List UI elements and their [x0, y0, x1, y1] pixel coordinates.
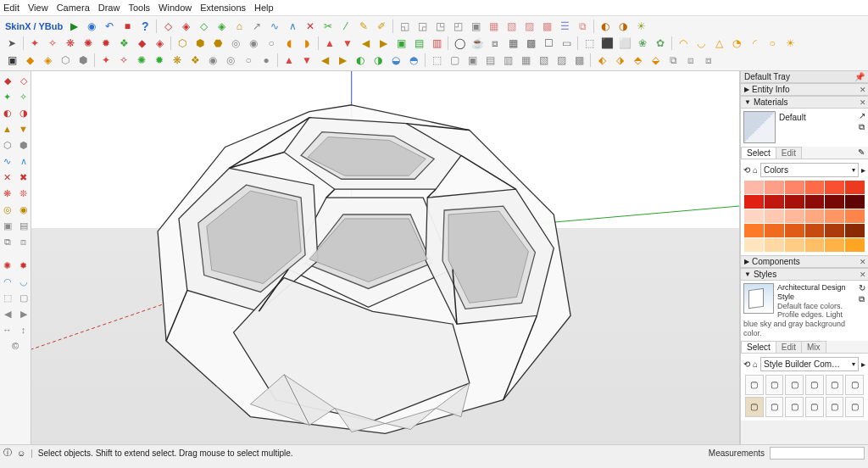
tb-r2ad[interactable]: ⬚ [581, 35, 598, 52]
tb-r2u[interactable]: ▣ [392, 35, 409, 52]
tb-r2s[interactable]: ◀ [357, 35, 374, 52]
color-swatch[interactable] [744, 181, 764, 194]
tb-r3af[interactable]: ⬖ [593, 52, 610, 69]
color-swatch[interactable] [785, 181, 804, 194]
style-thumb-11[interactable]: ▢ [826, 397, 844, 417]
tb-r2af[interactable]: ⬜ [616, 35, 633, 52]
tb-stack-icon[interactable]: ⧉ [574, 18, 591, 35]
tb-r2i[interactable]: ⬡ [174, 35, 191, 52]
tb-r2ab[interactable]: ☐ [540, 35, 557, 52]
tb-r3p[interactable]: ▼ [298, 52, 315, 69]
lt-l1[interactable]: ✺ [0, 258, 15, 273]
tb-circle-icon[interactable]: ○ [764, 35, 781, 52]
lt-p1[interactable]: ↔ [0, 322, 15, 337]
styles-tab-mix[interactable]: Mix [801, 341, 826, 353]
tb-extra3-icon[interactable]: ☀ [632, 18, 649, 35]
tb-pencil-icon[interactable]: ✎ [355, 18, 372, 35]
tb-r3a[interactable]: ◆ [21, 52, 38, 69]
panel-entity-info[interactable]: ▶ Entity Info ✕ [741, 83, 868, 96]
tb-r3ag[interactable]: ⬗ [611, 52, 628, 69]
menu-view[interactable]: View [28, 3, 48, 13]
tb-r3ak[interactable]: ⧇ [682, 52, 699, 69]
tb-r3ac[interactable]: ▧ [535, 52, 552, 69]
color-swatch[interactable] [765, 195, 784, 209]
tray-pin-icon[interactable]: 📌 [854, 72, 865, 81]
lt-k1[interactable]: ⧉ [0, 234, 15, 249]
tb-r3ai[interactable]: ⬙ [647, 52, 664, 69]
lt-n1[interactable]: ⬚ [0, 290, 15, 305]
color-swatch[interactable] [825, 181, 844, 194]
lt-i1[interactable]: ◎ [0, 202, 15, 217]
color-swatch[interactable] [744, 195, 764, 209]
tb-r2m[interactable]: ◉ [245, 35, 262, 52]
tb-r2p[interactable]: ◗ [298, 35, 315, 52]
color-swatch[interactable] [785, 238, 804, 252]
tb-r3u[interactable]: ◒ [387, 52, 404, 69]
color-swatch[interactable] [765, 181, 784, 194]
menu-edit[interactable]: Edit [3, 3, 19, 13]
tb-r3ah[interactable]: ⬘ [629, 52, 646, 69]
measurements-input[interactable] [770, 447, 865, 460]
color-swatch[interactable] [845, 224, 865, 237]
lt-e1[interactable]: ⬡ [0, 137, 15, 153]
tb-r3e[interactable]: ✦ [97, 52, 114, 69]
tb-r2ag[interactable]: ❀ [634, 35, 651, 52]
tb-r2ah[interactable]: ✿ [652, 35, 669, 52]
tb-r2a[interactable]: ✦ [26, 35, 43, 52]
style-thumb-8[interactable]: ▢ [765, 397, 784, 417]
panel-styles[interactable]: ▼ Styles ✕ [741, 268, 868, 281]
tb-r3t[interactable]: ◑ [370, 52, 387, 69]
tb-r2f[interactable]: ❖ [115, 35, 132, 52]
tb-stop-icon[interactable]: ■ [119, 18, 136, 35]
color-swatch[interactable] [825, 195, 844, 209]
tb-r3z[interactable]: ▤ [481, 52, 498, 69]
lt-e2[interactable]: ⬢ [16, 137, 31, 153]
tb-r2r[interactable]: ▼ [339, 35, 356, 52]
tb-r3y[interactable]: ▣ [464, 52, 481, 69]
tb-r3ab[interactable]: ▦ [517, 52, 534, 69]
tb-cube2-icon[interactable]: ◲ [414, 18, 431, 35]
tb-r3ae[interactable]: ▩ [570, 52, 587, 69]
tb-arrow-icon[interactable]: ↗ [248, 18, 265, 35]
style-thumb-7[interactable]: ▢ [745, 397, 764, 417]
tb-r3al[interactable]: ⧈ [700, 52, 717, 69]
tb-wave-icon[interactable]: ∿ [266, 18, 283, 35]
lt-o2[interactable]: ▶ [16, 306, 31, 321]
tb-teapot-icon[interactable]: ☕ [469, 35, 486, 52]
tb-r2q[interactable]: ▲ [321, 35, 338, 52]
color-swatch[interactable] [765, 224, 784, 237]
color-swatch[interactable] [785, 209, 804, 223]
lt-b1[interactable]: ✦ [0, 89, 15, 104]
tb-r3d[interactable]: ⬢ [75, 52, 92, 69]
tb-r3i[interactable]: ❋ [169, 52, 186, 69]
tb-play-icon[interactable]: ▶ [65, 18, 82, 35]
lt-f2[interactable]: ∧ [16, 153, 31, 169]
tb-diamond4-icon[interactable]: ◈ [213, 18, 230, 35]
style-thumb-1[interactable]: ▢ [745, 375, 764, 395]
lt-m2[interactable]: ◡ [16, 274, 31, 289]
menu-tools[interactable]: Tools [128, 3, 150, 13]
menu-extensions[interactable]: Extensions [200, 3, 246, 13]
lt-l2[interactable]: ✹ [16, 258, 31, 273]
lt-g1[interactable]: ✕ [0, 170, 15, 185]
color-swatch[interactable] [825, 238, 844, 252]
tb-r2ae[interactable]: ⬛ [598, 35, 615, 52]
panel-materials[interactable]: ▼ Materials ✕ [741, 96, 868, 109]
tb-r3l[interactable]: ◎ [222, 52, 239, 69]
tb-r3b[interactable]: ◈ [39, 52, 56, 69]
style-thumb-2[interactable]: ▢ [765, 375, 784, 395]
lt-j2[interactable]: ▤ [16, 218, 31, 233]
eyedropper-icon[interactable]: ✎ [858, 148, 865, 157]
tb-r3w[interactable]: ⬚ [428, 52, 445, 69]
styles-menu-icon[interactable]: ▸ [861, 359, 865, 369]
lt-i2[interactable]: ◉ [16, 202, 31, 217]
tb-r3r[interactable]: ▶ [334, 52, 351, 69]
status-user-icon[interactable]: ☺ [17, 448, 25, 458]
tb-scissors-icon[interactable]: ✂ [320, 18, 337, 35]
color-swatch[interactable] [744, 238, 764, 252]
lt-h2[interactable]: ❊ [16, 186, 31, 201]
styles-tab-edit[interactable]: Edit [776, 341, 802, 353]
color-swatch[interactable] [825, 209, 844, 223]
tb-extra1-icon[interactable]: ◐ [597, 18, 614, 35]
lt-c1[interactable]: ◐ [0, 105, 15, 120]
